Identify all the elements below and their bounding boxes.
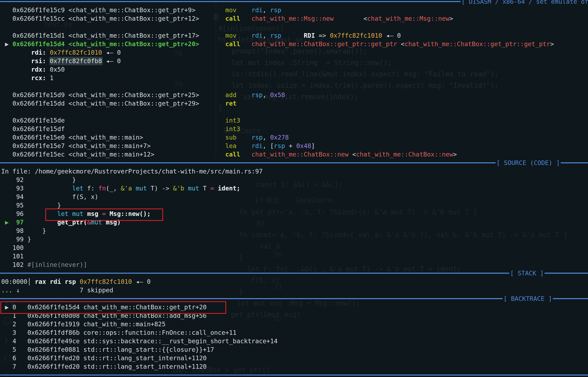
text-segment: mut — [136, 185, 147, 192]
text-segment — [236, 134, 251, 141]
text-segment: T — [199, 185, 210, 192]
text-segment: 0x6266f1fe15d4 <chat_with_me::ChatBox::g… — [12, 40, 225, 48]
text-segment: 6 0x6266f1ffed20 std::rt::lang_start_int… — [1, 354, 207, 362]
terminal-viewport[interactable]: test.py新#[inline(never)]fn delete_msg(&m… — [0, 0, 588, 377]
text-segment: 1 0x6266f1fe0d08 chat_with_me::ChatBox::… — [1, 312, 207, 319]
bottom-separator-rule — [0, 371, 588, 377]
text-segment — [240, 40, 251, 48]
text-segment — [1, 66, 31, 73]
disasm-line: 0x6266f1fe15c9 <chat_with_me::ChatBox::g… — [0, 6, 588, 14]
text-segment: 3 0x6266f1fdf86b core::ops::function::Fn… — [1, 329, 236, 336]
disasm-line: 0x6266f1fe15cc <chat_with_me::ChatBox::g… — [0, 14, 588, 23]
current-instruction-arrow: ▶ — [5, 40, 9, 48]
register-line: rsi: 0x7ffc82fc0fb8 ◂— 0 — [0, 57, 588, 65]
text-segment: 0x50 — [50, 66, 65, 73]
text-segment: 1 — [50, 74, 54, 82]
text-segment: < — [334, 15, 367, 22]
text-segment: 0x58 — [270, 91, 285, 99]
source-breakpoint-line: 96 let mut msg = Msg::new(); — [0, 210, 588, 218]
backtrace-frame-6: 6 0x6266f1ffed20 std::rt::lang_start_int… — [0, 354, 588, 362]
text-segment: < — [349, 151, 356, 158]
text-segment: 0x7ffc82fc1010 — [330, 32, 382, 39]
text-segment: rsi: — [31, 57, 50, 65]
text-segment: rdi: — [31, 49, 50, 56]
source-line: 94 f(S, x) — [0, 192, 588, 201]
text-segment: 7 0x6266f1ffed20 std::rt::lang_start_int… — [1, 363, 207, 370]
text-segment: > — [449, 15, 453, 22]
text-segment — [1, 219, 5, 226]
text-segment: ] — [311, 142, 315, 150]
text-segment: 4 0x6266f1fe49ce std::sys::backtrace::__… — [1, 337, 278, 345]
text-segment: 0x278 — [270, 134, 289, 141]
backtrace-frame-4: 4 0x6266f1fe49ce std::sys::backtrace::__… — [0, 337, 588, 345]
source-header-rule-right — [561, 162, 588, 163]
text-segment — [236, 32, 251, 39]
text-segment: chat_with_me::ChatBox::new — [251, 151, 349, 158]
text-segment: mut — [72, 210, 83, 217]
source-line: 95 } — [0, 201, 588, 210]
text-segment: 98 } — [1, 227, 46, 234]
text-segment: add — [225, 91, 236, 99]
text-segment: rdi — [251, 32, 263, 39]
text-segment: rsp — [270, 32, 281, 39]
disasm-line: 0x6266f1fe15e0 <chat_with_me::main> sub … — [0, 133, 588, 141]
text-segment — [132, 185, 136, 192]
text-segment: call — [225, 15, 240, 22]
text-segment: < — [397, 40, 405, 48]
blank-line — [0, 108, 588, 116]
source-line: 102 #[inline(never)] — [0, 260, 588, 269]
source-header-rule-left — [0, 162, 496, 163]
text-segment — [240, 15, 251, 22]
disasm-line: 0x6266f1fe15d1 <chat_with_me::ChatBox::g… — [0, 31, 588, 40]
text-segment: T) -> — [147, 185, 173, 192]
backtrace-frame-2: 2 0x6266f1fe1919 chat_with_me::main+825 — [0, 320, 588, 328]
text-segment: 92 } — [1, 176, 76, 183]
text-segment: fn — [99, 185, 106, 192]
source-line: 100 — [0, 244, 588, 252]
text-segment: rdx: — [31, 66, 50, 73]
disasm-line: 0x6266f1fe15e7 <chat_with_me::main+7> le… — [0, 141, 588, 150]
section-title-disasm: [ DISASM / x86-64 / set emulate off ] — [461, 0, 588, 6]
backtrace-frame-0: ▶ 0 0x6266f1fe15d4 chat_with_me::ChatBox… — [0, 303, 588, 311]
text-segment — [240, 151, 251, 158]
section-title-backtrace: [ BACKTRACE ] — [503, 295, 553, 303]
text-segment: 0x6266f1fe15dd <chat_with_me::ChatBox::g… — [1, 100, 225, 107]
text-segment: 101 — [1, 253, 23, 260]
text-segment: 0x6266f1fe15d9 <chat_with_me::ChatBox::g… — [1, 91, 225, 99]
section-header-source: [ SOURCE (CODE) ] — [0, 159, 588, 167]
text-segment: 0x7ffc82fc1010 — [80, 278, 132, 285]
text-segment: 0x6266f1fe15c9 <chat_with_me::ChatBox::g… — [1, 6, 225, 14]
backtrace-header-rule-right — [553, 298, 588, 299]
text-segment: 0x6266f1fe15df — [1, 125, 225, 132]
disasm-header-rule — [0, 1, 461, 2]
text-segment — [236, 6, 251, 14]
text-segment — [1, 40, 5, 48]
backtrace-frame-7: 7 0x6266f1ffed20 std::rt::lang_start_int… — [0, 362, 588, 371]
text-segment: 2 0x6266f1fe1919 chat_with_me::main+825 — [1, 320, 166, 328]
disasm-line: 0x6266f1fe15de int3 — [0, 116, 588, 125]
text-segment: rsp — [270, 6, 281, 14]
text-segment: 0x6266f1fe15de — [1, 117, 225, 124]
text-segment: ret — [225, 100, 236, 107]
text-segment: Msg::new(); — [106, 210, 151, 217]
source-file-line: In file: /home/geekcmore/RustroverProjec… — [0, 167, 588, 176]
backtrace-frame-1: 1 0x6266f1fe0d08 chat_with_me::ChatBox::… — [0, 311, 588, 320]
stack-header-rule-left — [0, 273, 509, 274]
disasm-line: 0x6266f1fe15d9 <chat_with_me::ChatBox::g… — [0, 91, 588, 99]
selected-frame-arrow: ▶ — [5, 304, 9, 311]
text-segment: > — [550, 40, 554, 48]
text-segment — [9, 40, 12, 48]
register-line: rdi: 0x7ffc82fc1010 ◂— 0 — [0, 48, 588, 57]
stack-header-rule-right — [544, 273, 588, 274]
text-segment: 94 f(S, x) — [1, 193, 99, 200]
backtrace-frame-3: 3 0x6266f1fdf86b core::ops::function::Fn… — [0, 328, 588, 337]
text-segment: rsp — [251, 91, 263, 99]
text-segment: 0x7ffc82fc0fb8 — [50, 57, 102, 65]
source-current-line-marker: ▶ — [5, 219, 9, 226]
text-segment: > — [453, 151, 457, 158]
text-segment: 0x6266f1fe15e0 <chat_with_me::main> — [1, 134, 225, 141]
source-line: 92 } — [0, 176, 588, 184]
text-segment: chat_with_me::ChatBox::get_ptr::get_ptr — [251, 40, 397, 48]
disasm-line: 0x6266f1fe15ec <chat_with_me::main+12> c… — [0, 150, 588, 159]
text-segment: 96 — [1, 210, 57, 217]
